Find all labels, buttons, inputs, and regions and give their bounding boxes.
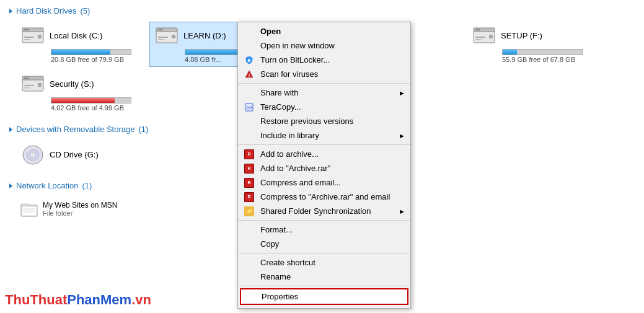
removable-section-label: Devices with Removable Storage bbox=[16, 125, 135, 134]
menu-item-bitlocker[interactable]: B Turn on BitLocker... bbox=[238, 53, 410, 67]
menu-item-compress-email[interactable]: R Compress and email... bbox=[238, 175, 410, 190]
svg-rect-27 bbox=[24, 85, 34, 86]
rar-compress-archive-email-icon: R bbox=[244, 192, 254, 202]
drive-s-label: Security (S:) bbox=[50, 79, 94, 89]
hdd-icon-c bbox=[21, 25, 45, 45]
menu-item-restore[interactable]: Restore previous versions bbox=[238, 114, 410, 128]
watermark-phan: Phan bbox=[67, 292, 100, 307]
drive-f[interactable]: SETUP (F:) 55.9 GB free of 67.8 GB bbox=[467, 22, 588, 67]
menu-add-archive-rar-label: Add to "Archive.rar" bbox=[260, 164, 330, 173]
menu-item-add-archive[interactable]: R Add to archive... bbox=[238, 147, 410, 161]
menu-bitlocker-label: Turn on BitLocker... bbox=[260, 55, 330, 64]
watermark-thu: Thu bbox=[5, 292, 30, 307]
menu-create-shortcut-label: Create shortcut bbox=[260, 258, 315, 267]
menu-compress-email-label: Compress and email... bbox=[260, 178, 341, 187]
rar-add-archive-icon: R bbox=[244, 149, 254, 159]
network-item-info: My Web Sites on MSN File folder bbox=[43, 201, 117, 217]
svg-point-26 bbox=[38, 83, 42, 87]
svg-rect-10 bbox=[158, 39, 164, 40]
drive-f-size: 55.9 GB free of 67.8 GB bbox=[502, 56, 575, 63]
drive-g-label: CD Drive (G:) bbox=[50, 150, 99, 159]
svg-rect-35 bbox=[21, 204, 29, 206]
triangle-icon bbox=[9, 9, 12, 14]
hdd-icon-d bbox=[155, 25, 179, 45]
svg-rect-11 bbox=[158, 29, 163, 30]
watermark-mem: Mem bbox=[100, 292, 131, 307]
drive-f-fill bbox=[503, 50, 517, 55]
network-item-name: My Web Sites on MSN bbox=[43, 201, 117, 209]
hdd-icon-f bbox=[472, 25, 496, 45]
menu-share-with-label: Share with bbox=[260, 88, 298, 97]
divider-1 bbox=[238, 83, 410, 84]
rar-compress-email-icon: R bbox=[244, 178, 254, 188]
divider-3 bbox=[238, 220, 410, 221]
drive-s-progress bbox=[51, 97, 131, 104]
drive-d-label: LEARN (D:) bbox=[183, 31, 226, 40]
menu-item-rename[interactable]: Rename bbox=[238, 270, 410, 284]
menu-open-new-window-label: Open in new window bbox=[260, 41, 335, 50]
shield-icon: B bbox=[244, 55, 254, 65]
hdd-section-count: (5) bbox=[81, 6, 90, 15]
menu-item-shared-folder-sync[interactable]: 📁 Shared Folder Synchronization ► bbox=[238, 204, 410, 218]
triangle-icon-3 bbox=[9, 183, 12, 188]
svg-text:!: ! bbox=[249, 73, 250, 78]
drive-s[interactable]: Security (S:) 4.02 GB free of 4.99 GB bbox=[15, 70, 137, 115]
menu-item-add-archive-rar[interactable]: R Add to "Archive.rar" bbox=[238, 161, 410, 175]
svg-text:B: B bbox=[247, 58, 250, 63]
network-section-count: (1) bbox=[82, 181, 92, 190]
svg-point-8 bbox=[172, 35, 175, 38]
svg-point-33 bbox=[32, 154, 34, 156]
scan-virus-icon: ! bbox=[244, 69, 254, 79]
menu-rename-label: Rename bbox=[260, 272, 291, 281]
menu-item-open-new-window[interactable]: Open in new window bbox=[238, 38, 410, 53]
file-folder-icon bbox=[20, 199, 38, 219]
menu-item-compress-archive-email[interactable]: R Compress to "Archive.rar" and email bbox=[238, 190, 410, 204]
drive-c-fill bbox=[51, 50, 110, 55]
share-with-arrow-icon: ► bbox=[399, 89, 405, 97]
hdd-icon-s bbox=[21, 74, 45, 94]
svg-rect-9 bbox=[158, 37, 168, 38]
divider-5 bbox=[238, 286, 410, 286]
watermark-thuat: Thuat bbox=[30, 292, 67, 307]
shared-folder-sync-icon: 📁 bbox=[244, 206, 254, 216]
drive-f-progress bbox=[502, 49, 583, 55]
svg-rect-21 bbox=[475, 37, 485, 38]
svg-rect-5 bbox=[24, 29, 29, 30]
drive-c[interactable]: Local Disk (C:) 20.8 GB free of 79.9 GB bbox=[15, 22, 137, 67]
menu-add-archive-label: Add to archive... bbox=[260, 149, 319, 159]
drive-c-progress bbox=[51, 49, 131, 55]
divider-4 bbox=[238, 253, 410, 253]
menu-item-scan[interactable]: ! Scan for viruses bbox=[238, 67, 410, 81]
menu-shared-folder-sync-label: Shared Folder Synchronization bbox=[260, 206, 371, 216]
menu-item-copy[interactable]: Copy bbox=[238, 237, 410, 251]
menu-item-share-with[interactable]: Share with ► bbox=[238, 86, 410, 100]
drive-s-fill bbox=[51, 98, 115, 103]
drive-c-label: Local Disk (C:) bbox=[50, 31, 102, 40]
menu-item-open[interactable]: Open bbox=[238, 24, 410, 38]
menu-item-format[interactable]: Format... bbox=[238, 223, 410, 237]
drive-c-size: 20.8 GB free of 79.9 GB bbox=[51, 56, 124, 63]
menu-item-teracopy[interactable]: >> TeraCopy... bbox=[238, 100, 410, 114]
svg-rect-3 bbox=[24, 37, 34, 38]
menu-item-create-shortcut[interactable]: Create shortcut bbox=[238, 255, 410, 270]
drive-s-size: 4.02 GB free of 4.99 GB bbox=[51, 104, 124, 112]
menu-item-include-library[interactable]: Include in library ► bbox=[238, 128, 410, 143]
network-item-type: File folder bbox=[43, 209, 117, 217]
drive-g[interactable]: CD Drive (G:) bbox=[15, 140, 115, 172]
svg-text:>>: >> bbox=[246, 105, 252, 110]
drive-d-size: 4.08 GB fr... bbox=[185, 56, 221, 63]
hdd-section-header: Hard Disk Drives (5) bbox=[9, 6, 635, 15]
menu-restore-label: Restore previous versions bbox=[260, 117, 353, 126]
watermark-vn: .vn bbox=[131, 292, 151, 307]
menu-format-label: Format... bbox=[260, 225, 293, 234]
removable-section-count: (1) bbox=[138, 125, 148, 134]
menu-open-label: Open bbox=[260, 27, 281, 36]
divider-2 bbox=[238, 144, 410, 145]
drive-f-label: SETUP (F:) bbox=[501, 31, 542, 40]
drive-d-inner: LEARN (D:) bbox=[155, 25, 226, 45]
svg-rect-23 bbox=[475, 29, 480, 30]
menu-item-properties[interactable]: Properties bbox=[240, 288, 408, 305]
shared-folder-sync-arrow-icon: ► bbox=[399, 208, 405, 215]
menu-copy-label: Copy bbox=[260, 239, 279, 249]
svg-point-2 bbox=[38, 35, 42, 38]
